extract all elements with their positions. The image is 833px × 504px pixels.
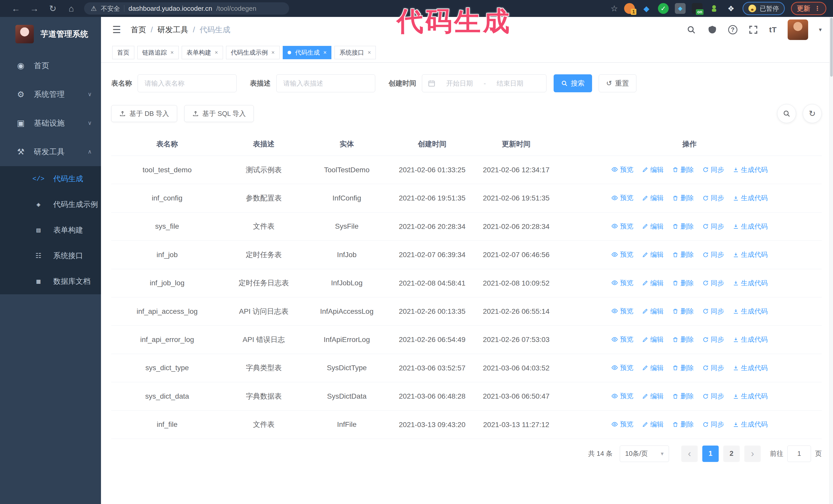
tab-tracing[interactable]: 链路追踪× bbox=[137, 46, 178, 59]
date-range-picker[interactable]: - bbox=[422, 74, 546, 92]
action-preview[interactable]: 预览 bbox=[611, 193, 633, 202]
extension-on-icon[interactable]: on bbox=[692, 3, 703, 14]
extension-orange-icon[interactable]: 1 bbox=[624, 3, 635, 14]
action-delete[interactable]: 删除 bbox=[672, 392, 694, 401]
action-delete[interactable]: 删除 bbox=[672, 420, 694, 429]
close-icon[interactable]: × bbox=[215, 49, 218, 56]
paused-badge[interactable]: 已暂停 bbox=[742, 2, 785, 15]
action-delete[interactable]: 删除 bbox=[672, 250, 694, 259]
end-date-input[interactable] bbox=[489, 79, 531, 88]
forward-icon[interactable]: → bbox=[25, 4, 44, 14]
tab-codegen-example[interactable]: 代码生成示例× bbox=[226, 46, 280, 59]
tab-codegen[interactable]: 代码生成× bbox=[283, 46, 332, 59]
action-delete[interactable]: 删除 bbox=[672, 307, 694, 316]
fullscreen-icon[interactable] bbox=[748, 25, 758, 35]
action-preview[interactable]: 预览 bbox=[611, 250, 633, 259]
home-icon[interactable]: ⌂ bbox=[62, 4, 80, 14]
extension-check-icon[interactable]: ✓ bbox=[658, 3, 669, 14]
tab-system-api[interactable]: 系统接口× bbox=[334, 46, 376, 59]
action-preview[interactable]: 预览 bbox=[611, 391, 633, 401]
table-name-input[interactable] bbox=[138, 74, 237, 92]
sidebar-item-devtools[interactable]: ⚒ 研发工具 ∧ bbox=[0, 137, 101, 166]
sidebar-item-infra[interactable]: ▣ 基础设施 ∨ bbox=[0, 109, 101, 137]
hamburger-icon[interactable]: ☰ bbox=[112, 24, 121, 35]
table-desc-input[interactable] bbox=[276, 74, 375, 92]
action-preview[interactable]: 预览 bbox=[611, 363, 633, 372]
avatar-caret-icon[interactable]: ▾ bbox=[819, 26, 822, 33]
next-page-button[interactable]: › bbox=[744, 446, 761, 462]
action-sync[interactable]: 同步 bbox=[703, 335, 724, 344]
action-sync[interactable]: 同步 bbox=[703, 250, 724, 259]
action-generate[interactable]: 生成代码 bbox=[733, 165, 768, 174]
action-preview[interactable]: 预览 bbox=[611, 279, 633, 287]
action-sync[interactable]: 同步 bbox=[703, 363, 724, 373]
close-icon[interactable]: × bbox=[271, 49, 275, 56]
action-sync[interactable]: 同步 bbox=[703, 420, 724, 429]
action-delete[interactable]: 删除 bbox=[672, 194, 694, 202]
update-button[interactable]: 更新 ⋮ bbox=[791, 2, 826, 15]
action-generate[interactable]: 生成代码 bbox=[733, 194, 768, 202]
action-edit[interactable]: 编辑 bbox=[642, 392, 664, 401]
extensions-puzzle-icon[interactable]: ❖ bbox=[725, 3, 736, 14]
action-sync[interactable]: 同步 bbox=[703, 279, 724, 288]
action-preview[interactable]: 预览 bbox=[611, 335, 633, 344]
action-edit[interactable]: 编辑 bbox=[642, 307, 664, 316]
sidebar-item-home[interactable]: ◉ 首页 bbox=[0, 51, 101, 80]
action-generate[interactable]: 生成代码 bbox=[733, 250, 768, 259]
refresh-button[interactable]: ↻ bbox=[803, 104, 822, 123]
page-button-2[interactable]: 2 bbox=[723, 446, 740, 462]
page-scrollbar[interactable] bbox=[829, 17, 833, 504]
action-sync[interactable]: 同步 bbox=[703, 392, 724, 401]
import-sql-button[interactable]: 基于 SQL 导入 bbox=[184, 105, 254, 122]
extension-bot-icon[interactable] bbox=[709, 3, 719, 14]
bookmark-star-icon[interactable]: ☆ bbox=[611, 4, 618, 13]
action-edit[interactable]: 编辑 bbox=[642, 363, 664, 373]
back-icon[interactable]: ← bbox=[7, 4, 25, 14]
start-date-input[interactable] bbox=[438, 79, 481, 88]
search-icon[interactable] bbox=[686, 25, 696, 35]
goto-page-input[interactable] bbox=[787, 446, 811, 462]
action-preview[interactable]: 预览 bbox=[611, 165, 633, 174]
toggle-search-button[interactable] bbox=[777, 104, 796, 123]
breadcrumb-home[interactable]: 首页 bbox=[131, 25, 146, 35]
action-generate[interactable]: 生成代码 bbox=[733, 307, 768, 316]
reset-button[interactable]: ↺ 重置 bbox=[599, 74, 636, 92]
close-icon[interactable]: × bbox=[324, 49, 327, 56]
tab-home[interactable]: 首页 bbox=[112, 46, 134, 59]
extension-grid-icon[interactable]: ◆ bbox=[675, 3, 686, 14]
tab-form-builder[interactable]: 表单构建× bbox=[182, 46, 223, 59]
scrollbar-thumb[interactable] bbox=[830, 18, 833, 77]
action-generate[interactable]: 生成代码 bbox=[733, 392, 768, 401]
action-edit[interactable]: 编辑 bbox=[642, 250, 664, 259]
page-button-1[interactable]: 1 bbox=[702, 446, 719, 462]
action-edit[interactable]: 编辑 bbox=[642, 165, 664, 174]
import-db-button[interactable]: 基于 DB 导入 bbox=[111, 105, 177, 122]
action-edit[interactable]: 编辑 bbox=[642, 420, 664, 429]
action-generate[interactable]: 生成代码 bbox=[733, 363, 768, 373]
address-bar[interactable]: ⚠ 不安全 dashboard.yudao.iocoder.cn/tool/co… bbox=[84, 2, 289, 15]
app-logo-row[interactable]: 芋道管理系统 bbox=[0, 17, 101, 51]
action-generate[interactable]: 生成代码 bbox=[733, 335, 768, 344]
github-icon[interactable] bbox=[707, 25, 717, 35]
help-icon[interactable]: ? bbox=[728, 25, 737, 34]
sidebar-item-system-api[interactable]: ☷ 系统接口 bbox=[0, 243, 101, 269]
action-preview[interactable]: 预览 bbox=[611, 307, 633, 316]
extension-gem-icon[interactable]: ◆ bbox=[641, 3, 652, 14]
action-sync[interactable]: 同步 bbox=[703, 165, 724, 174]
sidebar-item-db-doc[interactable]: ▦ 数据库文档 bbox=[0, 269, 101, 294]
more-menu-icon[interactable]: ⋮ bbox=[814, 5, 820, 12]
sidebar-item-system[interactable]: ⚙ 系统管理 ∨ bbox=[0, 80, 101, 109]
search-button[interactable]: 搜索 bbox=[554, 74, 592, 92]
font-size-icon[interactable]: tT bbox=[769, 25, 777, 34]
close-icon[interactable]: × bbox=[170, 49, 174, 56]
avatar[interactable] bbox=[788, 20, 808, 40]
action-sync[interactable]: 同步 bbox=[703, 222, 724, 231]
action-delete[interactable]: 删除 bbox=[672, 222, 694, 231]
sidebar-item-codegen[interactable]: </> 代码生成 bbox=[0, 166, 101, 192]
close-icon[interactable]: × bbox=[367, 49, 371, 56]
action-sync[interactable]: 同步 bbox=[703, 307, 724, 316]
sidebar-item-codegen-example[interactable]: ◈ 代码生成示例 bbox=[0, 192, 101, 217]
action-sync[interactable]: 同步 bbox=[703, 194, 724, 202]
action-preview[interactable]: 预览 bbox=[611, 222, 633, 231]
action-edit[interactable]: 编辑 bbox=[642, 335, 664, 344]
